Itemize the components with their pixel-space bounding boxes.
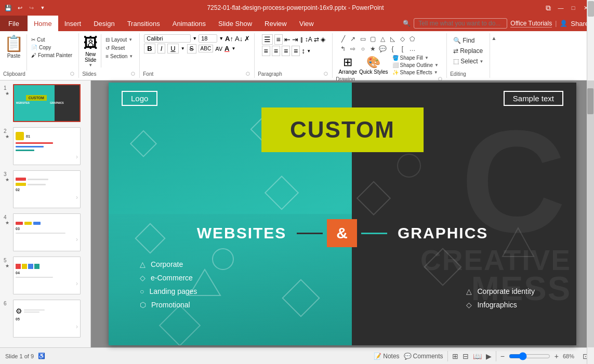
text-direction-button[interactable]: ↕A <box>305 36 312 43</box>
maximize-button[interactable]: □ <box>569 4 577 12</box>
underline-dropdown[interactable]: ▼ <box>181 46 185 51</box>
shape-rounded-rect[interactable]: ▢ <box>368 34 377 44</box>
font-expand[interactable]: ⬡ <box>245 71 251 77</box>
main-slide[interactable]: C CREATIVE MESS <box>109 83 576 345</box>
new-slide-button[interactable]: 🖼 NewSlide ▼ <box>83 34 101 68</box>
tab-slideshow[interactable]: Slide Show <box>212 16 258 31</box>
underline-button[interactable]: U <box>167 44 178 53</box>
font-name-input[interactable] <box>144 34 191 43</box>
shape-curved-arrow[interactable]: ↰ <box>338 44 348 53</box>
new-slide-dropdown[interactable]: ▼ <box>88 63 93 68</box>
office-tutorials-link[interactable]: Office Tutorials <box>510 20 552 28</box>
clear-format-button[interactable]: ✗ <box>244 35 250 43</box>
reset-button[interactable]: ↺ Reset <box>103 45 135 51</box>
convert-button[interactable]: ⇄ <box>314 36 319 43</box>
quick-styles-button[interactable]: 🎨 Quick Styles <box>359 56 388 75</box>
bullets-button[interactable]: ☰ <box>262 34 273 45</box>
custom-badge[interactable]: CUSTOM <box>261 107 424 152</box>
tab-view[interactable]: View <box>293 16 320 31</box>
zoom-in-btn[interactable]: + <box>555 352 559 360</box>
decrease-font-button[interactable]: A↓ <box>235 35 243 43</box>
ampersand-badge[interactable]: & <box>327 219 357 247</box>
tab-insert[interactable]: Insert <box>58 16 88 31</box>
strikethrough-button[interactable]: S <box>187 44 196 53</box>
slide-thumb-6[interactable]: 6 ★ ⚙ 05 › <box>3 299 88 339</box>
slide-thumb-3[interactable]: 3 ★ 02 › <box>3 169 88 209</box>
paragraph-expand[interactable]: ⬡ <box>323 71 329 77</box>
shape-arrow2[interactable]: ⇨ <box>348 44 358 53</box>
shape-more[interactable]: … <box>407 44 417 53</box>
clipboard-expand[interactable]: ⬡ <box>69 71 75 77</box>
italic-button[interactable]: I <box>157 44 166 53</box>
format-painter-button[interactable]: 🖌 Format Painter <box>29 52 74 59</box>
notes-button[interactable]: 📝 Notes <box>374 353 399 360</box>
find-button[interactable]: 🔍 Find <box>451 36 477 45</box>
zoom-out-btn[interactable]: − <box>500 352 505 360</box>
shape-pentagon[interactable]: ⬠ <box>407 34 417 44</box>
customize-icon[interactable]: ▼ <box>38 4 47 12</box>
normal-view-btn[interactable]: ⊞ <box>452 352 458 360</box>
shape-rtriangle[interactable]: ◺ <box>388 34 397 44</box>
align-center-button[interactable]: ≡ <box>272 46 280 56</box>
slide-thumb-1[interactable]: 1 ★ CUSTOM WEBSITES GRAPHICS <box>3 83 88 123</box>
collapse-ribbon-button[interactable]: ▲ <box>490 33 497 78</box>
tab-transitions[interactable]: Transitions <box>121 16 166 31</box>
font-color-dropdown[interactable]: ▼ <box>231 46 235 51</box>
zoom-slider[interactable] <box>509 352 550 360</box>
smartart-button[interactable]: ◈ <box>321 36 325 43</box>
line-spacing-button[interactable]: ↕ <box>301 47 305 55</box>
select-button[interactable]: ⬚ Select ▼ <box>451 57 485 65</box>
numbers-button[interactable]: ≡ <box>274 34 283 45</box>
reading-view-btn[interactable]: 📖 <box>473 352 482 360</box>
tab-review[interactable]: Review <box>258 16 293 31</box>
shape-brace[interactable]: { <box>388 44 397 53</box>
shape-effects-button[interactable]: ✨ Shape Effects ▼ <box>390 69 441 76</box>
slideshow-btn[interactable]: ▶ <box>486 352 492 360</box>
file-tab[interactable]: File <box>0 16 28 31</box>
columns-button[interactable]: ⫿ <box>300 35 303 44</box>
tab-animations[interactable]: Animations <box>166 16 212 31</box>
shape-star[interactable]: ★ <box>368 44 377 53</box>
shape-diamond[interactable]: ◇ <box>398 34 407 44</box>
shape-line[interactable]: ╱ <box>338 34 348 44</box>
font-size-dropdown[interactable]: ▼ <box>219 36 223 41</box>
bold-button[interactable]: B <box>144 44 155 53</box>
align-left-button[interactable]: ≡ <box>262 46 270 56</box>
vertical-scrollbar[interactable] <box>587 80 594 347</box>
save-icon[interactable]: 💾 <box>4 4 12 12</box>
increase-indent-button[interactable]: ⇥ <box>292 35 298 44</box>
undo-icon[interactable]: ↩ <box>16 4 24 12</box>
justify-button[interactable]: ≡ <box>292 46 300 56</box>
replace-button[interactable]: ⇄ Replace <box>451 47 485 55</box>
increase-font-button[interactable]: A↑ <box>225 35 233 43</box>
logo-box[interactable]: Logo <box>122 91 157 106</box>
char-spacing-button[interactable]: AV <box>215 46 222 52</box>
comments-button[interactable]: 💬 Comments <box>404 353 443 360</box>
shape-outline-button[interactable]: ⬜ Shape Outline ▼ <box>390 62 441 69</box>
slides-expand[interactable]: ⬡ <box>130 71 136 77</box>
paste-button[interactable]: 📋 Paste <box>4 34 27 71</box>
shape-triangle[interactable]: △ <box>378 34 387 44</box>
shape-circle[interactable]: ○ <box>358 44 367 53</box>
shape-rect[interactable]: ▭ <box>358 34 367 44</box>
cut-button[interactable]: ✂ Cut <box>29 36 74 43</box>
slide-sorter-btn[interactable]: ⊟ <box>463 352 469 360</box>
slide-thumb-4[interactable]: 4 ★ 03 › <box>3 212 88 252</box>
tab-design[interactable]: Design <box>87 16 121 31</box>
small-caps-button[interactable]: ABC <box>199 45 214 52</box>
redo-icon[interactable]: ↪ <box>27 4 35 12</box>
shape-arrow[interactable]: ↗ <box>348 34 358 44</box>
font-name-dropdown[interactable]: ▼ <box>192 36 197 41</box>
align-right-button[interactable]: ≡ <box>282 46 290 56</box>
minimize-button[interactable]: — <box>557 4 565 12</box>
search-input[interactable] <box>414 18 507 29</box>
slide-thumb-2[interactable]: 2 ★ 01 › <box>3 126 88 166</box>
decrease-indent-button[interactable]: ⇤ <box>284 35 291 44</box>
copy-button[interactable]: 📄 Copy <box>29 44 74 51</box>
shape-bracket[interactable]: [ <box>398 44 407 53</box>
line-spacing-dropdown[interactable]: ▼ <box>307 49 311 53</box>
restore-icon[interactable]: ⧉ <box>544 4 552 12</box>
font-size-input[interactable] <box>199 34 217 43</box>
shape-callout[interactable]: 💬 <box>378 44 387 53</box>
slide-thumb-5[interactable]: 5 ★ 04 › <box>3 255 88 295</box>
